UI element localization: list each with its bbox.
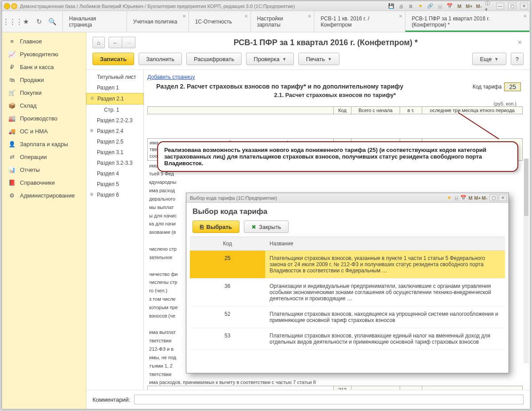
- titlebar-info-icon[interactable]: ⓘ ▾: [485, 3, 492, 10]
- history-icon[interactable]: ↻: [35, 18, 43, 26]
- fill-button[interactable]: Заполнить: [139, 53, 182, 65]
- tariff-row[interactable]: 36Организации и индивидуальные предприни…: [190, 279, 505, 306]
- nav-item[interactable]: ≡Главное: [2, 35, 86, 48]
- tab-close-icon[interactable]: ✕: [523, 14, 527, 19]
- tab[interactable]: Учетная политика✕: [127, 11, 189, 32]
- section-item[interactable]: Раздел 2.2-2.3: [86, 115, 143, 126]
- nav-icon: 🛒: [8, 89, 15, 96]
- dialog-m-plus[interactable]: M+: [474, 194, 481, 202]
- nav-item[interactable]: 📈Руководителю: [2, 48, 86, 61]
- nav-item[interactable]: ⇄Операции: [2, 151, 86, 163]
- save-button[interactable]: Записать: [93, 53, 134, 65]
- tariff-code-dialog: Выбор кода тарифа (1С:Предприятие) ★ ⌸ 📅…: [186, 193, 509, 373]
- page-close-button[interactable]: ×: [516, 39, 524, 47]
- tariff-row[interactable]: 25Плательщики страховых взносов, указанн…: [190, 251, 505, 279]
- dialog-maximize-button[interactable]: ▢: [490, 194, 497, 201]
- window-minimize-button[interactable]: —: [496, 3, 504, 9]
- home-button[interactable]: ⌂: [93, 37, 105, 48]
- more-button[interactable]: Еще▼: [472, 53, 506, 65]
- nav-item[interactable]: 📦Склад: [2, 99, 86, 112]
- nav-item[interactable]: 📊Отчеты: [2, 163, 86, 176]
- nav-item[interactable]: ⚙Администрирование: [2, 189, 86, 202]
- nav-icon: 📈: [8, 51, 15, 58]
- section-item[interactable]: Стр. 1: [86, 105, 143, 115]
- help-button[interactable]: ?: [511, 53, 524, 65]
- nav-item[interactable]: 🛒Покупки: [2, 86, 86, 99]
- nav-icon: 📦: [8, 102, 15, 109]
- nav-item[interactable]: 👤Зарплата и кадры: [2, 138, 86, 151]
- check-button[interactable]: Проверка▼: [246, 53, 294, 65]
- nav-icon: 🏭: [8, 115, 15, 122]
- expand-icon[interactable]: ⊖: [90, 96, 94, 101]
- section-item[interactable]: Раздел 2.5: [86, 136, 143, 147]
- tab[interactable]: Настройки зарплаты✕: [251, 11, 315, 32]
- titlebar-m-plus[interactable]: M+: [466, 3, 473, 10]
- tab-close-icon[interactable]: ✕: [244, 14, 248, 19]
- tab[interactable]: РСВ-1 ПФР за 1 квартал 2016 г. (Конфетпр…: [405, 11, 530, 32]
- favorite-star-icon[interactable]: ★: [22, 18, 30, 26]
- tariff-row[interactable]: 52Плательщики страховых взносов, находящ…: [190, 306, 505, 328]
- app-orb-icon[interactable]: [11, 3, 17, 9]
- apps-grid-icon[interactable]: ⋮⋮⋮: [8, 18, 16, 26]
- window-close-button[interactable]: ✕: [520, 3, 528, 9]
- section-item[interactable]: Раздел 1: [86, 82, 143, 93]
- nav-item[interactable]: 🏭Производство: [2, 112, 86, 125]
- titlebar-calendar-icon[interactable]: 📅: [446, 3, 453, 10]
- comment-input[interactable]: [134, 395, 524, 404]
- dialog-close-button[interactable]: ✕: [499, 194, 507, 201]
- col-name[interactable]: Название: [265, 237, 505, 251]
- titlebar-m[interactable]: M: [456, 3, 463, 10]
- dialog-m-minus[interactable]: M-: [481, 194, 488, 202]
- dialog-calc-icon[interactable]: ⌸: [453, 194, 460, 202]
- tariff-table[interactable]: Код Название 25Плательщики страховых взн…: [190, 237, 505, 350]
- dialog-m[interactable]: M: [467, 194, 474, 202]
- titlebar-calc-icon[interactable]: ⌸: [436, 3, 443, 10]
- tab-close-icon[interactable]: ✕: [308, 14, 311, 19]
- nav-item[interactable]: ₽Банк и касса: [2, 61, 86, 74]
- nav-icon: 🚚: [8, 128, 15, 135]
- section-item[interactable]: Раздел 3.2-3.3: [86, 158, 143, 168]
- titlebar-m-minus[interactable]: M-: [475, 3, 482, 10]
- titlebar-star-icon[interactable]: ★: [417, 3, 424, 10]
- tariff-code-input[interactable]: 25: [504, 82, 521, 91]
- page-title: РСВ-1 ПФР за 1 квартал 2016 г. (Конфетпр…: [139, 38, 513, 47]
- section-item[interactable]: Раздел 3.1: [86, 147, 143, 158]
- add-page-link[interactable]: Добавить страницу: [147, 74, 195, 80]
- titlebar-link-icon[interactable]: 🔗: [427, 3, 434, 10]
- titlebar-disk-icon[interactable]: 💾: [388, 3, 395, 10]
- titlebar-doc-icon[interactable]: 🗎: [407, 3, 414, 10]
- tab[interactable]: 1С-Отчетность✕: [189, 11, 251, 32]
- section-item[interactable]: Раздел 5: [86, 179, 143, 190]
- expand-icon[interactable]: ⊕: [90, 128, 93, 133]
- tab-close-icon[interactable]: ✕: [182, 14, 186, 19]
- nav-forward-button[interactable]: →: [122, 37, 135, 48]
- dialog-select-button[interactable]: ⎘Выбрать: [193, 221, 239, 233]
- search-icon[interactable]: 🔍: [48, 18, 56, 26]
- tab-close-icon[interactable]: ✕: [399, 14, 402, 19]
- section-item[interactable]: ⊕Раздел 2.4: [86, 126, 143, 136]
- nav-item[interactable]: 📕Справочники: [2, 176, 86, 189]
- section-item[interactable]: Титульный лист: [86, 72, 143, 82]
- dialog-close-text-button[interactable]: ✖Закрыть: [244, 221, 289, 233]
- decode-button[interactable]: Расшифровать: [186, 53, 242, 65]
- titlebar-print-icon[interactable]: 🖨: [397, 3, 405, 10]
- expand-icon[interactable]: ⊕: [90, 192, 93, 197]
- dialog-star-icon[interactable]: ★: [446, 194, 453, 202]
- col-code[interactable]: Код: [190, 237, 265, 251]
- window-maximize-button[interactable]: ▢: [508, 3, 516, 9]
- section-item[interactable]: ⊕Раздел 6: [86, 190, 143, 200]
- tab[interactable]: РСВ-1 1 кв. 2016 г. / Конфетпром✕: [314, 11, 405, 32]
- section-item[interactable]: Раздел 4: [86, 168, 143, 179]
- tariff-row[interactable]: 53Плательщики страховых взносов, уплачив…: [190, 328, 505, 350]
- nav-item[interactable]: 🚚ОС и НМА: [2, 125, 86, 138]
- nav-icon: 🛍: [8, 77, 15, 83]
- nav-icon: 📕: [8, 179, 15, 186]
- print-button[interactable]: Печать▼: [298, 53, 339, 65]
- tab[interactable]: Начальная страница: [63, 11, 127, 32]
- section-heading-2: Раздел 2. Расчет страховых взносов по та…: [156, 83, 523, 90]
- vertical-scrollbar[interactable]: [524, 159, 529, 363]
- nav-back-button[interactable]: ←: [108, 37, 122, 48]
- section-item[interactable]: ⊖Раздел 2.1: [86, 93, 143, 105]
- dialog-calendar-icon[interactable]: 📅: [460, 194, 467, 202]
- nav-item[interactable]: 🛍Продажи: [2, 74, 86, 86]
